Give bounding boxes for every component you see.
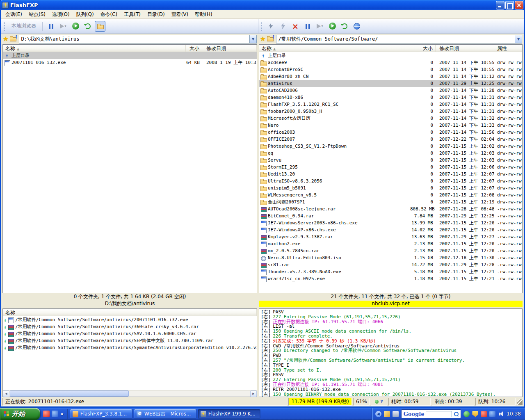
tray-antivirus-icon[interactable] <box>472 411 478 417</box>
task-button[interactable]: FlashFXP_3.3.8.1... <box>70 409 132 419</box>
start-button[interactable]: 开始 <box>0 408 40 420</box>
scroll-right-button[interactable]: ▶ <box>250 390 257 397</box>
menu-item[interactable]: 命令(C) <box>97 10 121 19</box>
file-row[interactable]: AdbeRdr80_zh_CN 0 2007-11-14 下午 11:12 dr… <box>259 73 522 80</box>
file-row[interactable]: OFFICE2007 0 2007-12-22 下午 02:04 drw-rw-… <box>259 136 522 143</box>
column-header-date[interactable]: 修改日期 <box>202 45 257 52</box>
file-row[interactable]: 20071101-016-i32.exe 64 KB 2008-1-19 上午 … <box>3 59 257 66</box>
column-header-name[interactable]: 名称▲ <box>3 45 186 52</box>
file-row[interactable]: sr81.rar 14.72 MB 2007-11-29 上午 12:28 -r… <box>259 261 522 268</box>
column-header-attr[interactable]: 属性 <box>494 45 522 52</box>
bookmarks-icon[interactable]: ★ <box>3 36 8 42</box>
connect-button[interactable] <box>265 21 276 32</box>
local-path-dropdown-button[interactable]: ▼ <box>249 35 256 43</box>
start-transfer-button[interactable]: ▾ <box>58 21 68 32</box>
file-row[interactable]: 金山词霸2007SP1 0 2007-11-15 上午 12:19 drw-rw… <box>259 199 522 205</box>
toolbar-grip[interactable] <box>261 22 262 31</box>
input-method-icon[interactable] <box>384 411 390 417</box>
quick-connect-button[interactable] <box>278 21 288 32</box>
refresh-local-button[interactable] <box>82 21 93 32</box>
file-row[interactable]: Kmplayer-v2.9.3.1387.rar 13.63 MB 2007-1… <box>259 233 522 240</box>
local-path-input[interactable] <box>19 35 249 43</box>
column-header-date[interactable]: 修改日期 <box>436 45 494 52</box>
file-row[interactable]: UltraISO-v8.6.3.2056 0 2007-11-15 上午 12:… <box>259 178 522 185</box>
file-row[interactable]: AUTOcad2008sc-leejune.rar 808.52 MB 2007… <box>259 205 522 212</box>
queue-item[interactable]: /常用软件/Common Software/Software/antivirus… <box>3 330 257 337</box>
minimize-button[interactable] <box>496 1 504 9</box>
queue-item[interactable]: /常用软件/Common Software/Software/antivirus… <box>3 344 257 351</box>
queue-item[interactable]: /常用软件/Common Software/Software/antivirus… <box>3 323 257 330</box>
file-row[interactable]: AutoCAD2006 0 2007-11-14 下午 11:28 drw-rw… <box>259 87 522 94</box>
file-row[interactable]: 上层目录 <box>3 52 257 59</box>
file-row[interactable]: Nero.8.Ultra.Edition803.iso 1.15 GB 2007… <box>259 254 522 261</box>
remote-path-dropdown-button[interactable]: ▼ <box>515 35 522 43</box>
file-row[interactable]: Thunder.v5.7.3.389.NoAD.exe 5.18 MB 2007… <box>259 268 522 275</box>
file-row[interactable]: foobar2000_0.950b3_H 0 2007-11-14 下午 11:… <box>259 108 522 115</box>
refresh-remote-button[interactable] <box>339 21 350 32</box>
file-row[interactable]: office2003 0 2007-11-14 下午 11:56 drw-rw-… <box>259 129 522 136</box>
transfer-remote-button[interactable] <box>327 21 338 32</box>
menu-item[interactable]: 队列(Q) <box>73 10 97 19</box>
file-row[interactable]: Acrobat8ProSC 0 2007-11-14 下午 10:55 drw-… <box>259 66 522 73</box>
resize-grip[interactable] <box>517 399 523 405</box>
pause-transfer-button[interactable] <box>46 21 56 32</box>
scrollbar-track[interactable] <box>129 390 250 397</box>
title-bar[interactable]: FlashFXP <box>0 0 525 10</box>
tray-thunder-icon[interactable] <box>481 411 487 417</box>
menu-item[interactable]: 选项(O) <box>49 10 73 19</box>
file-row[interactable]: FlashFXP_3.5.1.1202_RC1_SC 0 2007-11-14 … <box>259 101 522 108</box>
queue-item[interactable]: /常用软件/Common Software/Software/antivirus… <box>3 316 257 323</box>
queue-item[interactable]: /常用软件/Common Software/Software/antivirus… <box>3 337 257 344</box>
google-search-input[interactable] <box>426 411 452 417</box>
remote-path-combo[interactable]: ▼ <box>276 35 522 43</box>
file-row[interactable]: IE7-WindowsXP-x86-chs.exe 14.02 MB 2007-… <box>259 226 522 233</box>
maximize-button[interactable] <box>505 1 514 9</box>
transfer-queue-button[interactable] <box>70 21 81 32</box>
file-row[interactable]: IE7-WindowsServer2003-x86-chs.exe 13.99 … <box>259 219 522 226</box>
file-row[interactable]: maxthon2.exe 2.13 MB 2007-11-15 上午 12:20… <box>259 240 522 247</box>
menu-item[interactable]: 工具(T) <box>121 10 144 19</box>
close-button[interactable] <box>515 1 523 9</box>
file-row[interactable]: BitComet_0.94.rar 7.84 MB 2007-11-29 上午 … <box>259 212 522 219</box>
folder-compare-button[interactable] <box>95 21 105 32</box>
scroll-left-button[interactable]: ◀ <box>3 390 9 397</box>
file-row[interactable]: 上层目录 <box>259 52 522 59</box>
file-row[interactable]: antivirus 0 2007-11-29 上午 12:25 drw-rw-r… <box>259 80 522 87</box>
column-header-name[interactable]: 名称 <box>3 309 257 316</box>
pause-remote-button[interactable] <box>302 21 313 32</box>
tray-collapse-icon[interactable]: ◀ <box>375 411 381 417</box>
file-row[interactable]: Nero 0 2007-11-14 下午 11:33 drw-rw-rw- <box>259 122 522 129</box>
quicklaunch-icon-1[interactable] <box>43 411 50 417</box>
menu-item[interactable]: 帮助(H) <box>192 10 215 19</box>
task-button[interactable]: WEB迅雷 - Micros... <box>134 409 196 419</box>
help-icon[interactable]: ? <box>380 398 383 405</box>
search-icon[interactable] <box>454 411 459 416</box>
local-path-combo[interactable]: ▼ <box>19 35 257 43</box>
file-row[interactable]: mx_2.0.5.7845cn.rar 2.13 MB 2007-11-15 上… <box>259 247 522 254</box>
file-row[interactable]: acdsee9 0 2007-11-14 下午 10:55 drw-rw-rw- <box>259 59 522 66</box>
start-remote-button[interactable]: ▾ <box>315 21 325 32</box>
column-header-name[interactable]: 名称▲ <box>259 45 410 52</box>
site-manager-button[interactable] <box>352 21 362 32</box>
file-row[interactable]: qq 0 2007-11-15 上午 12:03 drw-rw-rw- <box>259 150 522 157</box>
quicklaunch-overflow-icon[interactable]: » <box>60 411 64 417</box>
bookmarks-icon[interactable]: ★ <box>260 36 265 42</box>
menu-item[interactable]: 查看(V) <box>168 10 192 19</box>
file-row[interactable]: Uedit13.20 0 2007-11-15 上午 12:07 drw-rw-… <box>259 171 522 178</box>
file-row[interactable]: unispim5_b5091 0 2007-11-15 上午 12:07 drw… <box>259 185 522 192</box>
file-row[interactable]: Photoshop_CS3_SC_V1.2-FtpDown 0 2007-11-… <box>259 143 522 150</box>
disconnect-button[interactable]: × <box>290 21 301 32</box>
file-row[interactable]: Servu 0 2007-11-15 上午 12:03 drw-rw-rw- <box>259 157 522 164</box>
queue-horizontal-scrollbar[interactable]: ◀ ▶ <box>3 390 257 397</box>
parent-folder-button[interactable]: ↑ <box>10 36 17 42</box>
scrollbar-thumb[interactable] <box>10 390 129 397</box>
menu-item[interactable]: 目录(D) <box>144 10 168 19</box>
toolbar-grip[interactable] <box>4 22 5 31</box>
file-row[interactable]: daemon410-x86 0 2007-11-14 下午 11:31 drw-… <box>259 94 522 101</box>
menu-item[interactable]: 站点(S) <box>25 10 49 19</box>
parent-folder-button[interactable]: ↑ <box>267 36 274 42</box>
volume-icon[interactable] <box>498 411 504 417</box>
file-row[interactable]: WLMessengercn_v8.5 0 2007-11-15 上午 12:08… <box>259 192 522 199</box>
remote-path-input[interactable] <box>276 35 515 43</box>
column-header-size[interactable]: 大小 <box>410 45 436 52</box>
